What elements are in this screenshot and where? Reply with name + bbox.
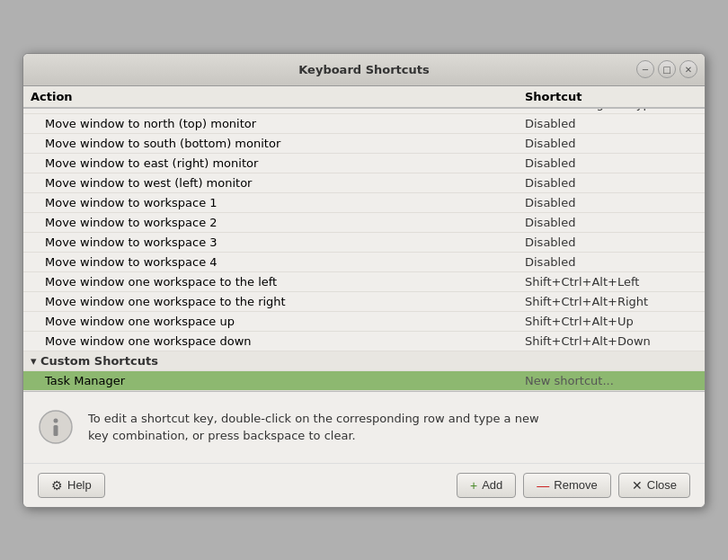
svg-point-1 <box>54 419 58 423</box>
row-category-label: ▾ Custom Shortcuts <box>27 354 697 368</box>
window-title: Keyboard Shortcuts <box>298 63 429 76</box>
close-button[interactable]: ✕ <box>679 60 697 78</box>
remove-label: Remove <box>554 478 597 492</box>
row-shortcut-label: Disabled <box>518 156 697 170</box>
add-button[interactable]: + Add <box>457 473 516 498</box>
table-row[interactable]: Move window one workspace to the leftShi… <box>23 272 705 292</box>
table-row[interactable]: Move window to south (bottom) monitorDis… <box>23 134 705 154</box>
help-label: Help <box>67 478 92 492</box>
remove-button[interactable]: — Remove <box>523 473 610 498</box>
info-icon <box>38 409 74 445</box>
close-icon: ✕ <box>632 478 643 493</box>
table-body[interactable]: Move window to center of screenCtrl+Alt+… <box>23 109 705 391</box>
button-bar: ⚙ Help + Add — Remove ✕ Close <box>23 464 705 507</box>
table-row[interactable]: Move window to east (right) monitorDisab… <box>23 154 705 173</box>
close-button-bottom[interactable]: ✕ Close <box>618 473 690 498</box>
action-column-header: Action <box>31 90 518 103</box>
info-text: To edit a shortcut key, double-click on … <box>88 410 539 445</box>
table-header: Action Shortcut <box>23 86 705 109</box>
table-row[interactable]: Move window to workspace 4Disabled <box>23 253 705 272</box>
left-buttons: ⚙ Help <box>38 473 105 498</box>
titlebar: Keyboard Shortcuts − □ ✕ <box>23 54 705 86</box>
row-shortcut-label: Disabled <box>518 196 697 209</box>
close-label: Close <box>647 478 677 492</box>
table-row[interactable]: ▾ Custom Shortcuts <box>23 351 705 371</box>
row-action-label: Move window to south (bottom) monitor <box>31 137 518 150</box>
row-action-label: Move window one workspace up <box>31 315 518 328</box>
right-buttons: + Add — Remove ✕ Close <box>457 473 690 498</box>
row-shortcut-label: Shift+Ctrl+Alt+Left <box>518 275 697 289</box>
row-action-label: Move window to east (right) monitor <box>31 156 518 170</box>
row-action-label: Move window to workspace 1 <box>31 196 518 209</box>
row-action-label: Task Manager <box>31 374 518 387</box>
row-shortcut-label: Disabled <box>518 117 697 130</box>
svg-rect-2 <box>54 425 58 436</box>
row-action-label: Move window to workspace 4 <box>31 255 518 269</box>
window-controls: − □ ✕ <box>636 60 697 78</box>
table-row[interactable]: Move window to west (left) monitorDisabl… <box>23 173 705 193</box>
row-action-label: Move window to center of screen <box>31 109 518 111</box>
row-shortcut-label: Shift+Ctrl+Alt+Up <box>518 315 697 328</box>
help-icon: ⚙ <box>51 478 63 493</box>
table-row[interactable]: Move window one workspace upShift+Ctrl+A… <box>23 312 705 332</box>
row-shortcut-label: Shift+Ctrl+Alt+Right <box>518 295 697 308</box>
row-action-label: Move window to workspace 2 <box>31 216 518 229</box>
info-area: To edit a shortcut key, double-click on … <box>23 392 705 464</box>
main-window: Keyboard Shortcuts − □ ✕ Action Shortcut… <box>22 53 706 508</box>
table-row[interactable]: Move window to workspace 2Disabled <box>23 213 705 233</box>
row-shortcut-label: Disabled <box>518 176 697 190</box>
maximize-button[interactable]: □ <box>658 60 676 78</box>
row-shortcut-label: Disabled <box>518 236 697 249</box>
remove-icon: — <box>537 478 549 493</box>
row-action-label: Move window to west (left) monitor <box>31 176 518 190</box>
shortcuts-table: Action Shortcut Move window to center of… <box>23 86 705 392</box>
minimize-button[interactable]: − <box>636 60 654 78</box>
row-action-label: Move window to workspace 3 <box>31 236 518 249</box>
add-label: Add <box>482 478 502 492</box>
row-action-label: Move window one workspace to the right <box>31 295 518 308</box>
table-row[interactable]: Move window to workspace 3Disabled <box>23 233 705 253</box>
shortcut-column-header: Shortcut <box>518 90 697 103</box>
row-shortcut-label: New shortcut... <box>518 374 697 387</box>
table-row[interactable]: Move window to workspace 1Disabled <box>23 193 705 213</box>
table-row[interactable]: Move window one workspace downShift+Ctrl… <box>23 332 705 351</box>
row-shortcut-label: Disabled <box>518 255 697 269</box>
row-shortcut-label: Shift+Ctrl+Alt+Down <box>518 334 697 348</box>
row-action-label: Move window one workspace down <box>31 334 518 348</box>
table-row[interactable]: Move window to north (top) monitorDisabl… <box>23 114 705 134</box>
row-shortcut-label: Ctrl+Alt+Begin (keypad) <box>518 109 697 111</box>
row-action-label: Move window to north (top) monitor <box>31 117 518 130</box>
help-button[interactable]: ⚙ Help <box>38 473 105 498</box>
row-action-label: Move window one workspace to the left <box>31 275 518 289</box>
row-shortcut-label: Disabled <box>518 216 697 229</box>
table-row[interactable]: Move window one workspace to the rightSh… <box>23 292 705 312</box>
row-shortcut-label: Disabled <box>518 137 697 150</box>
table-row[interactable]: Task ManagerNew shortcut... <box>23 371 705 391</box>
add-icon: + <box>470 478 477 493</box>
